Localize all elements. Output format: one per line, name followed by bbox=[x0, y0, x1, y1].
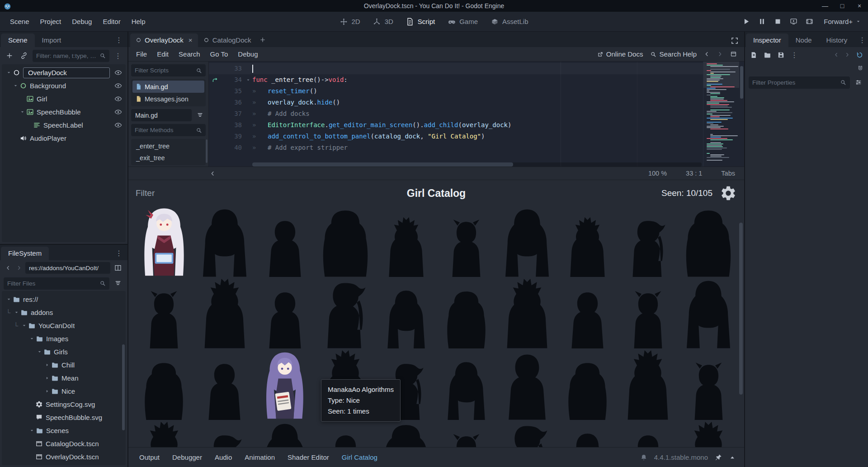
fs-sort-icon[interactable] bbox=[112, 277, 124, 289]
workspace-script[interactable]: Script bbox=[406, 18, 435, 26]
code-gutter[interactable]: 39 bbox=[209, 131, 252, 142]
scene-node-speechbubble[interactable]: SpeechBubble bbox=[2, 105, 126, 119]
tab-filesystem[interactable]: FileSystem bbox=[1, 247, 49, 260]
workspace-game[interactable]: Game bbox=[448, 18, 478, 26]
scene-tab-catalogdock[interactable]: CatalogDock bbox=[198, 33, 257, 47]
catalog-cell[interactable] bbox=[678, 421, 739, 447]
script-item-main-gd[interactable]: Main.gd bbox=[132, 81, 204, 93]
members-sort-icon[interactable] bbox=[194, 110, 206, 121]
fs-forward-button[interactable] bbox=[14, 263, 24, 273]
catalog-cell[interactable] bbox=[497, 421, 557, 447]
scene-tree[interactable]: OverlayDockBackgroundGirlSpeechBubbleSpe… bbox=[2, 64, 126, 242]
catalog-cell[interactable] bbox=[376, 278, 436, 349]
workspace-2d[interactable]: 2D bbox=[340, 18, 360, 26]
scene-node-overlaydock[interactable]: OverlayDock bbox=[2, 66, 126, 79]
code-hscrollbar[interactable] bbox=[252, 162, 702, 167]
catalog-cell[interactable] bbox=[315, 206, 376, 278]
catalog-cell[interactable] bbox=[315, 421, 376, 447]
catalog-scrollbar[interactable] bbox=[739, 209, 743, 443]
visibility-eye-icon[interactable] bbox=[114, 121, 122, 129]
visibility-eye-icon[interactable] bbox=[114, 95, 122, 103]
maximize-button[interactable]: □ bbox=[834, 0, 851, 12]
fs-path-field[interactable] bbox=[25, 262, 110, 274]
close-button[interactable]: × bbox=[851, 0, 868, 12]
expand-bottom-panel-icon[interactable] bbox=[729, 454, 736, 461]
movie-maker-button[interactable] bbox=[804, 17, 814, 27]
search-help-button[interactable]: Search Help bbox=[650, 50, 697, 58]
code-line-38[interactable]: 38»EditorInterface.get_editor_main_scree… bbox=[209, 119, 703, 131]
catalog-cell[interactable] bbox=[255, 421, 316, 447]
tree-expand-arrow[interactable] bbox=[43, 389, 51, 394]
catalog-cell[interactable] bbox=[557, 349, 618, 421]
save-resource-icon[interactable] bbox=[775, 49, 787, 61]
stop-button[interactable] bbox=[773, 17, 783, 27]
fs-item-girls[interactable]: Girls bbox=[2, 345, 126, 358]
edit-history-icon[interactable] bbox=[854, 49, 865, 61]
methods-filter-input[interactable] bbox=[135, 127, 193, 133]
scene-node-girl[interactable]: Girl bbox=[2, 92, 126, 105]
inspector-filter[interactable] bbox=[749, 76, 850, 89]
visibility-eye-icon[interactable] bbox=[114, 108, 122, 116]
toggle-scripts-panel-icon[interactable] bbox=[210, 171, 216, 176]
catalog-cell[interactable] bbox=[557, 278, 618, 349]
catalog-cell[interactable] bbox=[497, 349, 557, 421]
catalog-cell[interactable] bbox=[557, 206, 618, 278]
script-item-messages-json[interactable]: Messages.json bbox=[132, 93, 204, 105]
fs-item-speechbubble-svg[interactable]: SpeechBubble.svg bbox=[2, 411, 126, 424]
fs-item-overlaydock-tscn[interactable]: OverlayDock.tscn bbox=[2, 450, 126, 463]
inspector-filter-input[interactable] bbox=[752, 79, 837, 86]
code-gutter[interactable]: 40 bbox=[209, 142, 252, 153]
code-gutter[interactable]: 38 bbox=[209, 119, 252, 131]
property-tools-icon[interactable] bbox=[853, 76, 864, 88]
bottom-tab-animation[interactable]: Animation bbox=[238, 450, 281, 464]
tree-expand-arrow[interactable] bbox=[43, 376, 51, 381]
code-vscrollbar[interactable] bbox=[739, 62, 744, 167]
tab-import[interactable]: Import bbox=[35, 33, 69, 47]
fs-filter-input[interactable] bbox=[7, 280, 97, 287]
tab-inspector[interactable]: Inspector bbox=[746, 33, 788, 47]
pin-bottom-panel-icon[interactable] bbox=[715, 454, 722, 461]
menu-debug[interactable]: Debug bbox=[66, 14, 97, 29]
make-floating-icon[interactable] bbox=[730, 51, 737, 57]
catalog-cell[interactable] bbox=[678, 349, 739, 421]
menu-help[interactable]: Help bbox=[126, 14, 151, 29]
tree-expand-arrow[interactable] bbox=[12, 310, 20, 315]
code-line-36[interactable]: 36»overlay_dock.hide() bbox=[209, 97, 703, 108]
fs-filter[interactable] bbox=[4, 277, 109, 290]
tree-expand-arrow[interactable] bbox=[43, 362, 51, 367]
scene-filter-input[interactable] bbox=[36, 52, 97, 59]
catalog-cell[interactable] bbox=[618, 206, 678, 278]
catalog-cell[interactable] bbox=[436, 421, 497, 447]
catalog-cell[interactable] bbox=[436, 206, 497, 278]
method-enter-tree[interactable]: _enter_tree bbox=[132, 140, 204, 152]
code-zoom-level[interactable]: 100 % bbox=[648, 170, 667, 177]
code-line-35[interactable]: 35»reset_timer() bbox=[209, 86, 703, 97]
fs-item-addons[interactable]: └addons bbox=[2, 306, 126, 319]
instance-scene-button[interactable] bbox=[18, 50, 30, 62]
bottom-tab-girl-catalog[interactable]: Girl Catalog bbox=[335, 450, 384, 464]
fs-item-images[interactable]: Images bbox=[2, 332, 126, 345]
add-node-button[interactable] bbox=[4, 50, 15, 62]
catalog-cell[interactable] bbox=[194, 349, 255, 421]
catalog-cell[interactable] bbox=[618, 421, 678, 447]
code-line-39[interactable]: 39»add_control_to_bottom_panel(catalog_d… bbox=[209, 131, 703, 142]
new-scene-tab-button[interactable] bbox=[257, 34, 269, 46]
catalog-cell[interactable] bbox=[194, 421, 255, 447]
indent-mode[interactable]: Tabs bbox=[721, 170, 735, 177]
tree-expand-arrow[interactable] bbox=[20, 323, 28, 328]
play-scene-button[interactable] bbox=[788, 17, 798, 27]
catalog-cell[interactable] bbox=[255, 278, 316, 349]
tree-expand-arrow[interactable] bbox=[5, 297, 13, 302]
catalog-filter-input[interactable]: Filter bbox=[136, 188, 155, 198]
inspector-forward-button[interactable] bbox=[843, 50, 852, 60]
code-line-37[interactable]: 37»# Add docks bbox=[209, 108, 703, 119]
caret-position[interactable]: 33 : 1 bbox=[686, 170, 702, 177]
catalog-cell[interactable] bbox=[557, 421, 618, 447]
scene-node-background[interactable]: Background bbox=[2, 79, 126, 92]
fs-item-chill[interactable]: Chill bbox=[2, 358, 126, 372]
bottom-tab-debugger[interactable]: Debugger bbox=[166, 450, 208, 464]
tree-expand-arrow[interactable] bbox=[18, 110, 26, 114]
load-resource-icon[interactable] bbox=[761, 49, 773, 61]
script-menu-debug[interactable]: Debug bbox=[233, 48, 263, 60]
fs-back-button[interactable] bbox=[4, 263, 13, 273]
